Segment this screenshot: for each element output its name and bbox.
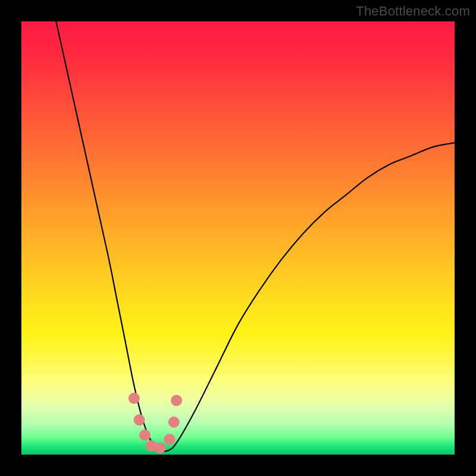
watermark-text: TheBottleneck.com <box>356 4 470 19</box>
highlight-marker <box>171 395 182 406</box>
highlight-markers <box>129 393 182 454</box>
chart-frame: TheBottleneck.com <box>0 0 476 476</box>
highlight-marker <box>139 430 151 441</box>
bottleneck-curve <box>56 21 455 452</box>
plot-area <box>21 21 455 455</box>
highlight-marker <box>134 414 145 425</box>
highlight-marker <box>164 434 175 445</box>
curve-layer <box>21 21 455 455</box>
highlight-marker <box>154 443 165 454</box>
highlight-marker <box>129 393 140 404</box>
highlight-marker <box>168 416 180 428</box>
